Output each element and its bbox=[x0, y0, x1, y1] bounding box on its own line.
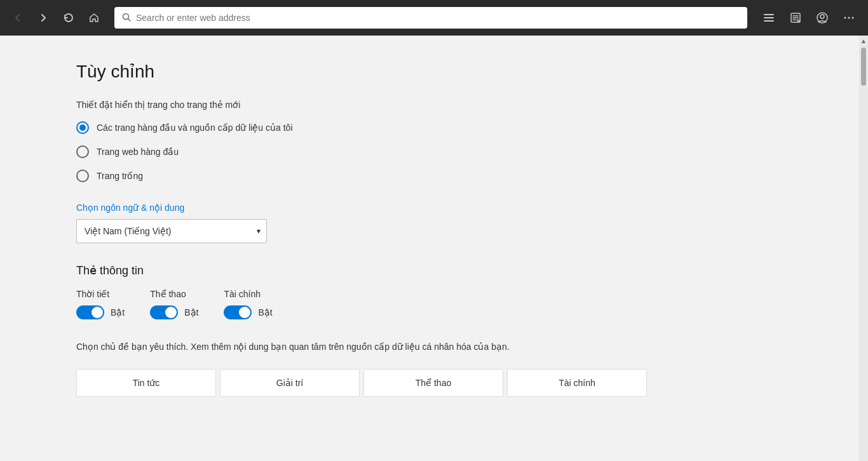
finance-toggle-switch[interactable] bbox=[224, 305, 252, 319]
refresh-button[interactable] bbox=[58, 8, 79, 28]
radio-item-1[interactable]: Các trang hàng đầu và nguồn cấp dữ liệu … bbox=[76, 121, 821, 134]
scrollbar-up-arrow[interactable]: ▲ bbox=[859, 36, 868, 46]
topic-card-entertainment[interactable]: Giải trí bbox=[220, 369, 360, 397]
radio-label-3: Trang trống bbox=[97, 171, 143, 181]
topics-row: Tin tức Giải trí Thể thao Tài chính bbox=[76, 369, 821, 397]
cards-section-title: Thẻ thông tin bbox=[76, 264, 821, 277]
radio-circle-1 bbox=[76, 121, 89, 134]
radio-label-2: Trang web hàng đầu bbox=[97, 147, 179, 157]
hub-button[interactable] bbox=[757, 6, 780, 29]
search-input[interactable] bbox=[136, 13, 740, 23]
svg-point-10 bbox=[820, 15, 824, 18]
language-select-wrapper[interactable]: Việt Nam (Tiếng Việt) English (United St… bbox=[76, 219, 267, 243]
scrollbar-thumb[interactable] bbox=[861, 48, 866, 86]
svg-point-13 bbox=[852, 17, 854, 19]
topics-description: Chọn chủ đề bạn yêu thích. Xem thêm nội … bbox=[76, 340, 821, 354]
topic-card-sports[interactable]: Thể thao bbox=[363, 369, 503, 397]
weather-toggle-title: Thời tiết bbox=[76, 289, 125, 299]
language-label: Chọn ngôn ngữ & nội dung bbox=[76, 203, 821, 213]
account-button[interactable] bbox=[811, 6, 834, 29]
notes-button[interactable] bbox=[784, 6, 807, 29]
weather-toggle-label: Bật bbox=[111, 307, 125, 317]
radio-item-3[interactable]: Trang trống bbox=[76, 170, 821, 182]
page-content: Tùy chỉnh Thiết đặt hiển thị trang cho t… bbox=[0, 36, 859, 461]
radio-item-2[interactable]: Trang web hàng đầu bbox=[76, 145, 821, 158]
svg-point-12 bbox=[848, 17, 850, 19]
sports-toggle-switch[interactable] bbox=[150, 305, 178, 319]
svg-point-11 bbox=[844, 17, 846, 19]
toolbar-right bbox=[757, 6, 860, 29]
page-title: Tùy chỉnh bbox=[76, 61, 821, 82]
topic-card-news-label: Tin tức bbox=[133, 378, 160, 388]
back-button[interactable] bbox=[8, 8, 28, 28]
toggle-cards: Thời tiết Bật Thể thao Bật Tài chính Bật bbox=[76, 289, 821, 319]
topic-card-entertainment-label: Giải trí bbox=[276, 378, 303, 388]
toggle-card-sports: Thể thao Bật bbox=[150, 289, 198, 319]
more-button[interactable] bbox=[837, 6, 860, 29]
finance-toggle-row: Bật bbox=[224, 305, 272, 319]
sports-toggle-row: Bật bbox=[150, 305, 198, 319]
finance-toggle-title: Tài chính bbox=[224, 289, 272, 299]
radio-circle-3 bbox=[76, 170, 89, 182]
finance-toggle-label: Bật bbox=[258, 307, 272, 317]
svg-line-1 bbox=[128, 18, 131, 21]
radio-circle-2 bbox=[76, 145, 89, 158]
language-select[interactable]: Việt Nam (Tiếng Việt) English (United St… bbox=[76, 219, 267, 243]
weather-toggle-row: Bật bbox=[76, 305, 125, 319]
sports-toggle-title: Thể thao bbox=[150, 289, 198, 299]
toggle-card-weather: Thời tiết Bật bbox=[76, 289, 125, 319]
topic-card-finance[interactable]: Tài chính bbox=[507, 369, 647, 397]
toggle-card-finance: Tài chính Bật bbox=[224, 289, 272, 319]
topic-card-finance-label: Tài chính bbox=[559, 378, 595, 388]
topic-card-news[interactable]: Tin tức bbox=[76, 369, 216, 397]
home-button[interactable] bbox=[84, 8, 104, 28]
main-wrapper: Tùy chỉnh Thiết đặt hiển thị trang cho t… bbox=[0, 36, 868, 461]
weather-toggle-switch[interactable] bbox=[76, 305, 104, 319]
search-icon bbox=[122, 13, 131, 23]
scrollbar-track[interactable]: ▲ bbox=[859, 36, 868, 461]
forward-button[interactable] bbox=[33, 8, 53, 28]
browser-toolbar bbox=[0, 0, 868, 36]
radio-group: Các trang hàng đầu và nguồn cấp dữ liệu … bbox=[76, 121, 821, 182]
topic-card-sports-label: Thể thao bbox=[416, 378, 451, 388]
sports-toggle-label: Bật bbox=[184, 307, 198, 317]
address-bar[interactable] bbox=[114, 7, 747, 29]
radio-label-1: Các trang hàng đầu và nguồn cấp dữ liệu … bbox=[97, 123, 293, 133]
language-section: Chọn ngôn ngữ & nội dung Việt Nam (Tiếng… bbox=[76, 203, 821, 243]
display-settings-label: Thiết đặt hiển thị trang cho trang thẻ m… bbox=[76, 100, 821, 110]
